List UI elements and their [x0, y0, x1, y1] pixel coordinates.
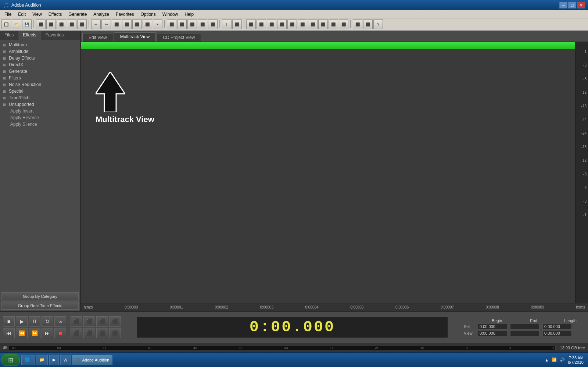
group-realtime-button[interactable]: Group Real-Time Effects: [1, 302, 79, 310]
toolbar-btn-18[interactable]: ⬛: [208, 19, 218, 29]
toolbar-btn-11[interactable]: ⬛: [132, 19, 142, 29]
sel-length-input[interactable]: [542, 324, 572, 329]
tree-generate[interactable]: ⊞ Generate: [0, 68, 80, 75]
toolbar-view-btn7[interactable]: ⬛: [308, 19, 318, 29]
view-length-input[interactable]: [542, 330, 572, 336]
menu-favorites[interactable]: Favorites: [113, 11, 137, 18]
menu-analyze[interactable]: Analyze: [90, 11, 112, 18]
tab-cd-project-view[interactable]: CD Project View: [157, 33, 201, 42]
toolbar-select[interactable]: ⬛: [232, 19, 242, 29]
toolbar-btn-12[interactable]: ⬛: [143, 19, 152, 29]
toolbar-btn-9[interactable]: ⬛: [112, 19, 121, 29]
menu-options[interactable]: Options: [137, 11, 158, 18]
toolbar-zoom-btn2[interactable]: ⬛: [363, 19, 373, 29]
menu-window[interactable]: Window: [159, 11, 181, 18]
tab-favorites[interactable]: Favorites: [41, 31, 68, 40]
menu-edit[interactable]: Edit: [15, 11, 29, 18]
toolbar-btn-17[interactable]: ⬛: [198, 19, 207, 29]
menu-generate[interactable]: Generate: [65, 11, 90, 18]
toolbar-view-btn3[interactable]: ⬛: [267, 19, 276, 29]
monitor-btn-6[interactable]: ⬛: [83, 328, 95, 338]
view-begin-input[interactable]: [478, 330, 507, 336]
loop-button[interactable]: ∞: [54, 316, 66, 327]
toolbar-btn-5[interactable]: ⬛: [67, 19, 76, 29]
toolbar-btn-16[interactable]: ⬛: [187, 19, 197, 29]
tree-multitrack[interactable]: ⊞ Multitrack: [0, 42, 80, 48]
taskbar-word[interactable]: W: [60, 355, 71, 365]
sel-end-input[interactable]: [510, 324, 539, 329]
tab-multitrack-view[interactable]: Multitrack View: [114, 32, 156, 42]
tree-apply-silence[interactable]: Apply Silence: [0, 121, 80, 128]
menu-file[interactable]: File: [1, 11, 14, 18]
waveform-area[interactable]: Multitrack View: [81, 42, 575, 303]
view-end-input[interactable]: [510, 330, 539, 336]
tree-directx[interactable]: ⊞ DirectX: [0, 61, 80, 68]
monitor-btn-3[interactable]: ⬛: [96, 316, 108, 327]
pause-button[interactable]: ⏸: [29, 316, 40, 327]
monitor-btn-7[interactable]: ⬛: [96, 328, 108, 338]
stop-button[interactable]: ■: [3, 316, 15, 327]
tab-effects[interactable]: Effects: [18, 31, 41, 40]
toolbar-view-btn5[interactable]: ⬛: [287, 19, 297, 29]
minimize-button[interactable]: ─: [559, 2, 567, 8]
maximize-button[interactable]: □: [568, 2, 576, 8]
taskbar-audition[interactable]: 🎵 Adobe Audition: [72, 355, 112, 365]
loop-play-button[interactable]: ↻: [42, 316, 53, 327]
toolbar-btn-15[interactable]: ⬛: [177, 19, 187, 29]
group-by-category-button[interactable]: Group By Category: [1, 292, 79, 300]
toolbar-undo[interactable]: ↩: [91, 19, 101, 29]
play-button[interactable]: ▶: [16, 316, 28, 327]
toolbar-zoom-btn1[interactable]: ⬛: [353, 19, 362, 29]
toolbar-new[interactable]: 🔲: [1, 19, 11, 29]
tree-filters[interactable]: ⊞ Filters: [0, 75, 80, 81]
toolbar-view-btn8[interactable]: ⬛: [318, 19, 328, 29]
start-button[interactable]: ⊞: [1, 354, 20, 366]
toolbar-redo[interactable]: ↪: [101, 19, 111, 29]
rewind-button[interactable]: ⏪: [16, 328, 28, 338]
tree-apply-reverse[interactable]: Apply Reverse: [0, 114, 80, 121]
toolbar-zoom-btn3[interactable]: ?: [373, 19, 383, 29]
toolbar-view-btn6[interactable]: ⬛: [298, 19, 307, 29]
record-button[interactable]: ⏺: [54, 328, 66, 338]
menu-effects[interactable]: Effects: [46, 11, 65, 18]
monitor-btn-1[interactable]: ⬛: [71, 316, 82, 327]
taskbar-media[interactable]: ▶: [49, 355, 59, 365]
tree-unsupported[interactable]: ⊞ Unsupported: [0, 101, 80, 108]
tree-special[interactable]: ⊞ Special: [0, 88, 80, 95]
toolbar-view-btn4[interactable]: ⬛: [277, 19, 287, 29]
skip-end-button[interactable]: ⏭: [42, 328, 53, 338]
toolbar-cursor[interactable]: I: [222, 19, 232, 29]
toolbar-view-btn10[interactable]: ⬛: [339, 19, 348, 29]
toolbar-btn-10[interactable]: ⬛: [122, 19, 132, 29]
tree-time-pitch[interactable]: ⊞ Time/Pitch: [0, 95, 80, 101]
toolbar-btn-2[interactable]: ⬛: [36, 19, 46, 29]
toolbar-cut[interactable]: ✂: [153, 19, 162, 29]
tree-amplitude[interactable]: ⊞ Amplitude: [0, 48, 80, 55]
toolbar-btn-6[interactable]: ⬛: [77, 19, 87, 29]
monitor-btn-4[interactable]: ⬛: [109, 316, 121, 327]
menu-view[interactable]: View: [29, 11, 45, 18]
menu-help[interactable]: Help: [182, 11, 197, 18]
monitor-btn-8[interactable]: ⬛: [109, 328, 121, 338]
toolbar-view-btn1[interactable]: ⬛: [246, 19, 256, 29]
tree-noise-reduction[interactable]: ⊞ Noise Reduction: [0, 81, 80, 88]
toolbar-save[interactable]: 💾: [22, 19, 32, 29]
notify-arrow[interactable]: ▲: [545, 358, 549, 362]
close-button[interactable]: ✕: [577, 2, 585, 8]
monitor-btn-2[interactable]: ⬛: [83, 316, 95, 327]
tab-edit-view[interactable]: Edit View: [82, 33, 113, 42]
toolbar-btn-14[interactable]: ⬛: [167, 19, 176, 29]
toolbar-view-btn9[interactable]: ⬛: [329, 19, 338, 29]
toolbar-view-btn2[interactable]: ⬛: [257, 19, 266, 29]
tree-delay-effects[interactable]: ⊞ Delay Effects: [0, 55, 80, 61]
skip-start-button[interactable]: ⏮: [3, 328, 15, 338]
tree-apply-invert[interactable]: Apply Invert: [0, 108, 80, 114]
sel-begin-input[interactable]: [478, 324, 507, 329]
toolbar-btn-4[interactable]: ⬛: [57, 19, 66, 29]
monitor-btn-5[interactable]: ⬛: [71, 328, 82, 338]
fast-forward-button[interactable]: ⏩: [29, 328, 40, 338]
toolbar-btn-3[interactable]: ⬛: [46, 19, 56, 29]
tab-files[interactable]: Files: [0, 31, 18, 40]
taskbar-explorer[interactable]: 📁: [36, 355, 48, 365]
toolbar-open[interactable]: 📂: [12, 19, 21, 29]
